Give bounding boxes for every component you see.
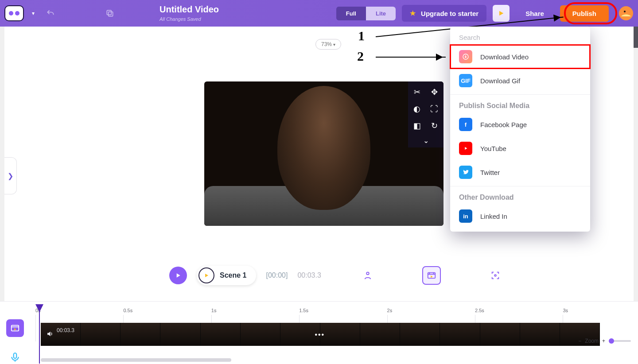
menu-twitter[interactable]: Twitter: [450, 160, 590, 184]
scene-play-button[interactable]: [198, 267, 214, 283]
half-icon[interactable]: ◧: [411, 120, 423, 132]
svg-rect-9: [14, 353, 17, 358]
annotation-1: 1: [358, 28, 365, 43]
gif-icon: GIF: [459, 74, 472, 87]
video-tool-panel: ✂ ✥ ◐ ⛶ ◧ ↻ ⌄: [408, 81, 443, 147]
timeline-zoom: − Zoom +: [578, 338, 631, 344]
play-all-button[interactable]: [169, 267, 187, 284]
playhead-line: [39, 310, 40, 364]
tick: 0.5s: [123, 308, 132, 313]
separator: [450, 186, 590, 186]
brand-logo[interactable]: [4, 5, 24, 21]
menu-linkedin[interactable]: in Linked In: [450, 204, 590, 228]
person-icon[interactable]: [358, 266, 377, 285]
menu-item-label: YouTube: [480, 145, 506, 152]
publish-button[interactable]: Publish: [560, 5, 609, 22]
timeline: 0s 0.5s 1s 1.5s 2s 2.5s 3s 00:03.3 ••• −…: [0, 301, 638, 364]
publish-search[interactable]: Search: [450, 34, 590, 45]
menu-item-label: Download Gif: [480, 77, 520, 85]
menu-download-gif[interactable]: GIF Download Gif: [450, 69, 590, 93]
tick: 1.5s: [299, 308, 308, 313]
speaker-icon[interactable]: [46, 330, 54, 340]
svg-point-2: [619, 6, 633, 20]
tick: 2.5s: [475, 308, 484, 313]
tick: 1s: [211, 308, 217, 313]
scene-duration: 00:03.3: [297, 271, 321, 279]
publish-menu: Search Download Video GIF Download Gif P…: [450, 27, 590, 232]
menu-item-label: Linked In: [480, 213, 507, 220]
redo-icon[interactable]: ↻: [428, 120, 440, 132]
menu-item-label: Twitter: [480, 169, 500, 176]
clip-duration: 00:03.3: [57, 327, 74, 333]
focus-icon[interactable]: [486, 266, 505, 285]
menu-download-video[interactable]: Download Video: [450, 45, 590, 69]
svg-rect-8: [12, 325, 19, 331]
section-other: Other Download: [450, 188, 590, 204]
annotation-2: 2: [357, 49, 364, 64]
svg-rect-1: [107, 10, 111, 15]
menu-item-label: Facebook Page: [480, 121, 527, 128]
svg-point-6: [494, 275, 496, 276]
separator: [450, 94, 590, 95]
scene-bar: Scene 1 [00:00] 00:03.3: [4, 259, 634, 291]
edition-toggle[interactable]: Full Lite: [336, 7, 396, 20]
film-icon[interactable]: [422, 266, 441, 285]
section-social: Publish Social Media: [450, 97, 590, 112]
star-icon: ★: [410, 9, 416, 17]
preview-play-button[interactable]: [493, 5, 510, 22]
twitter-icon: [459, 166, 472, 179]
youtube-icon: [459, 142, 472, 155]
scene-chip[interactable]: Scene 1: [197, 266, 256, 285]
zoom-label: Zoom: [585, 338, 599, 344]
tick: 3s: [563, 308, 568, 313]
svg-rect-0: [109, 12, 113, 16]
undo-icon[interactable]: [43, 5, 58, 21]
app-header: ▾ Untitled Video All Changes Saved Full …: [0, 0, 638, 27]
annotation-arrow-2: [376, 57, 446, 58]
scene-label: Scene 1: [220, 271, 246, 279]
scene-start-time: [00:00]: [266, 271, 288, 279]
chevron-down-icon[interactable]: ▾: [30, 10, 36, 16]
svg-point-3: [624, 11, 626, 12]
timeline-video-track-icon[interactable]: [6, 319, 24, 337]
timeline-ruler[interactable]: 0s 0.5s 1s 1.5s 2s 2.5s 3s: [35, 308, 603, 316]
linkedin-icon: in: [459, 209, 472, 223]
zoom-out[interactable]: −: [578, 338, 581, 344]
tick: 2s: [387, 308, 393, 313]
video-preview[interactable]: ✂ ✥ ◐ ⛶ ◧ ↻ ⌄: [204, 81, 443, 226]
upgrade-label: Upgrade to starter: [421, 10, 478, 17]
zoom-slider[interactable]: [609, 340, 631, 342]
save-status: All Changes Saved: [160, 16, 201, 22]
contrast-icon[interactable]: ◐: [411, 103, 423, 115]
video-clip[interactable]: 00:03.3 •••: [41, 323, 600, 346]
more-icon[interactable]: •••: [315, 331, 325, 339]
cut-icon[interactable]: ✂: [411, 86, 423, 98]
svg-point-4: [366, 272, 369, 275]
zoom-dropdown[interactable]: 73%: [315, 39, 341, 50]
svg-rect-5: [428, 273, 436, 279]
expand-side-panel[interactable]: ❯: [4, 157, 17, 194]
menu-item-label: Download Video: [480, 53, 529, 61]
project-title-block: Untitled Video All Changes Saved: [160, 4, 219, 23]
move-icon[interactable]: ✥: [428, 86, 440, 98]
fit-icon[interactable]: ⛶: [428, 103, 440, 115]
toggle-full[interactable]: Full: [336, 7, 366, 20]
chevron-down-icon[interactable]: ⌄: [411, 136, 441, 145]
menu-youtube[interactable]: YouTube: [450, 136, 590, 160]
menu-facebook[interactable]: f Facebook Page: [450, 112, 590, 136]
timeline-scrollbar[interactable]: [41, 358, 231, 362]
zoom-in[interactable]: +: [602, 338, 605, 344]
timeline-audio-track-icon[interactable]: [6, 349, 24, 364]
download-icon: [459, 50, 472, 63]
project-title[interactable]: Untitled Video: [160, 4, 219, 15]
copy-icon[interactable]: [102, 5, 118, 21]
toggle-lite[interactable]: Lite: [366, 7, 396, 20]
facebook-icon: f: [459, 118, 472, 131]
upgrade-button[interactable]: ★ Upgrade to starter: [402, 5, 486, 22]
user-avatar[interactable]: [619, 6, 634, 21]
